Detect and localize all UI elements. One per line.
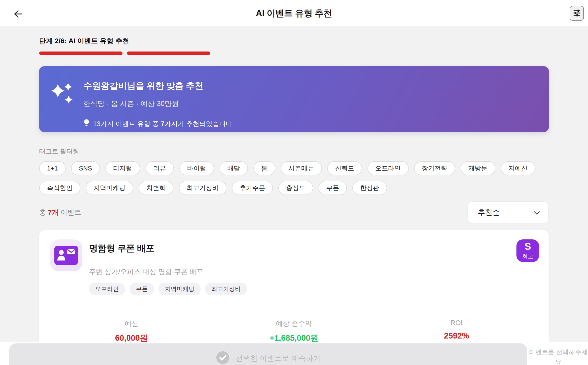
stat-expected-profit: 예상 순수익 +1,685,000원 [213,319,375,344]
filter-tag-chip[interactable]: 시즌메뉴 [281,161,322,175]
filter-tag-chip[interactable]: 봄 [253,161,275,175]
event-description: 주변 상가/오피스 대상 명함 쿠폰 배포 [89,267,247,276]
grade-badge: S 최고 [516,239,539,262]
sliders-icon [572,9,581,18]
banner-info-text: 13가지 이벤트 유형 중 7가지가 추천되었습니다 [93,119,233,128]
progress-bar [39,52,549,55]
filter-tag-list: 1+1 SNS 디지털 리뷰 바이럴 배달 봄 시즌메뉴 신뢰도 오프라인 장기… [39,161,549,195]
filter-tag-chip[interactable]: 차별화 [139,181,173,195]
filter-section-label: 태그로 필터링 [39,147,549,156]
continue-button-label: 선택한 이벤트로 계속하기 [236,353,321,364]
progress-segment-1 [39,52,122,55]
filter-tag-chip[interactable]: 장기전략 [414,161,455,175]
sort-dropdown[interactable]: 추천순 [467,201,549,223]
check-circle-icon [216,351,229,365]
filter-settings-button[interactable] [570,6,584,21]
sparkles-icon [48,81,76,110]
event-card-main: 명함형 쿠폰 배포 주변 상가/오피스 대상 명함 쿠폰 배포 오프라인 쿠폰 … [89,239,247,295]
chevron-down-icon [534,208,540,217]
back-button[interactable] [10,7,24,21]
grade-letter: S [525,241,531,251]
continue-button[interactable]: 선택한 이벤트로 계속하기 [9,343,527,365]
page-title: AI 이벤트 유형 추천 [0,7,588,19]
filter-tag-chip[interactable]: 재방문 [461,161,495,175]
business-card-icon [50,239,82,271]
filter-tag-chip[interactable]: 쿠폰 [318,181,347,195]
selection-hint: 이벤트를 선택해주세요 [529,347,588,365]
step-label: 단계 2/6: AI 이벤트 유형 추천 [39,36,549,46]
event-tag: 오프라인 [89,283,125,295]
filter-tag-chip[interactable]: 즉석할인 [39,181,80,195]
event-tag-list: 오프라인 쿠폰 지역마케팅 최고가성비 [89,283,247,295]
grade-label: 최고 [522,253,533,260]
event-stats: 예산 60,000원 예상 순수익 +1,685,000원 ROI 2592% [50,319,538,344]
banner-subtitle: 한식당 · 봄 시즌 · 예산 30만원 [83,99,233,109]
filter-tag-chip[interactable]: 추가주문 [232,181,273,195]
sort-dropdown-value: 추천순 [478,208,500,218]
filter-tag-chip[interactable]: 한정판 [352,181,387,195]
filter-tag-chip[interactable]: 최고가성비 [179,181,226,195]
banner-info: 13가지 이벤트 유형 중 7가지가 추천되었습니다 [83,119,233,129]
event-tag: 쿠폰 [130,283,154,295]
banner-title: 수원왕갈비님을 위한 맞춤 추천 [83,80,233,92]
progress-segment-2 [127,52,210,55]
header: AI 이벤트 유형 추천 [0,0,588,27]
filter-tag-chip[interactable]: 바이럴 [179,161,214,175]
stat-roi: ROI 2592% [375,319,538,344]
back-arrow-icon [12,8,23,20]
filter-tag-chip[interactable]: 디지털 [105,161,140,175]
event-card-head: 명함형 쿠폰 배포 주변 상가/오피스 대상 명함 쿠폰 배포 오프라인 쿠폰 … [50,239,538,295]
event-title: 명함형 쿠폰 배포 [89,242,247,254]
event-tag: 지역마케팅 [159,283,201,295]
recommendation-banner: 수원왕갈비님을 위한 맞춤 추천 한식당 · 봄 시즌 · 예산 30만원 13… [39,66,549,132]
filter-tag-chip[interactable]: 1+1 [39,161,66,175]
main-content: 단계 2/6: AI 이벤트 유형 추천 수원왕갈비님을 위한 맞춤 추천 한식… [0,36,588,358]
stat-budget: 예산 60,000원 [50,319,213,344]
count-row: 총 7개 이벤트 추천순 [39,201,549,223]
filter-tag-chip[interactable]: 배달 [220,161,248,175]
event-tag: 최고가성비 [205,283,247,295]
filter-tag-chip[interactable]: SNS [71,161,100,175]
filter-tag-chip[interactable]: 지역마케팅 [86,181,133,195]
event-count: 총 7개 이벤트 [39,208,81,217]
filter-tag-chip[interactable]: 신뢰도 [327,161,362,175]
filter-tag-chip[interactable]: 충성도 [278,181,313,195]
filter-tag-chip[interactable]: 저예산 [501,161,536,175]
lightbulb-icon [83,119,90,129]
filter-tag-chip[interactable]: 리뷰 [146,161,174,175]
event-card[interactable]: 명함형 쿠폰 배포 주변 상가/오피스 대상 명함 쿠폰 배포 오프라인 쿠폰 … [39,230,549,358]
filter-tag-chip[interactable]: 오프라인 [368,161,409,175]
footer-bar: 선택한 이벤트로 계속하기 이벤트를 선택해주세요 [0,342,588,365]
event-count-number: 7개 [48,209,59,216]
